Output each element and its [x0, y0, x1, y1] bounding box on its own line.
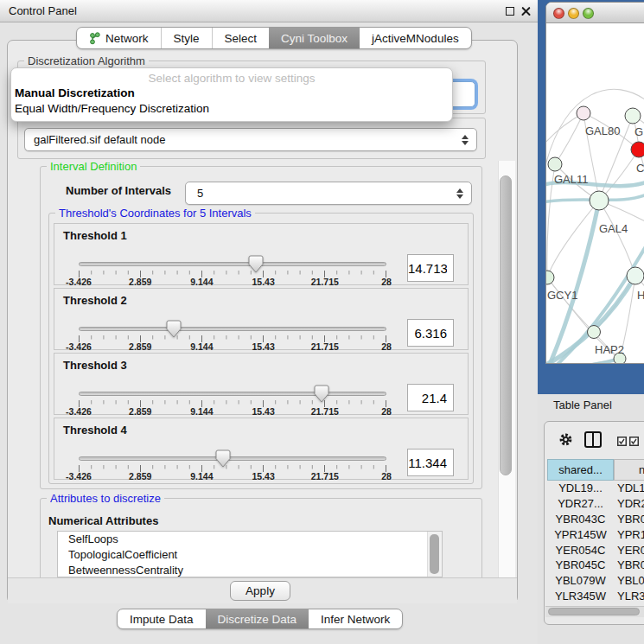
threshold-panel: Threshold 4 -3.4262.8599.14415.4321.7152…	[54, 418, 469, 480]
threshold-value-field[interactable]	[407, 319, 454, 347]
threshold-label: Threshold 4	[63, 424, 127, 437]
tick-label: 28	[362, 341, 411, 352]
numerical-attributes-label: Numerical Attributes	[48, 514, 158, 527]
tab-label: Style	[174, 32, 200, 45]
node-label: GAL4	[599, 222, 628, 235]
bottom-tab-discretize-data[interactable]: Discretize Data	[206, 609, 309, 628]
attribute-item-selfloops[interactable]: SelfLoops	[58, 532, 442, 547]
split-table-icon[interactable]	[584, 431, 602, 450]
network-node[interactable]	[546, 271, 554, 284]
node-label: HAP2	[595, 343, 624, 356]
threshold-slider-track[interactable]	[79, 262, 386, 266]
network-node[interactable]	[577, 106, 590, 120]
tick-label: 21.715	[301, 341, 349, 352]
attributes-scrollbar-thumb[interactable]	[430, 534, 439, 574]
attribute-item-topologicalcoefficient[interactable]: TopologicalCoefficient	[58, 547, 442, 563]
threshold-label: Threshold 1	[63, 229, 127, 242]
close-button-icon[interactable]	[553, 8, 564, 19]
tick-label: 2.859	[116, 406, 164, 417]
network-node[interactable]	[627, 267, 644, 284]
minimize-button-icon[interactable]	[568, 8, 579, 19]
column-checkbox-icon[interactable]	[617, 436, 627, 449]
column-header-n[interactable]: n	[614, 459, 644, 481]
numerical-attributes-list[interactable]: SelfLoopsTopologicalCoefficientBetweenne…	[57, 531, 443, 577]
network-window: GAL80GCGAL11GAL4GCY1HHAP2	[545, 2, 644, 364]
table-row[interactable]: YDR27...YDR2	[547, 496, 644, 512]
cell-name: YLR3	[614, 590, 644, 603]
network-node[interactable]	[588, 326, 601, 339]
tick-label: -3.426	[54, 341, 103, 352]
threshold-value-field[interactable]	[407, 449, 454, 476]
tick-label: 9.144	[177, 277, 226, 287]
tick-label: 28	[362, 471, 411, 481]
tick-label: -3.426	[54, 471, 103, 481]
number-of-intervals-value: 5	[186, 187, 456, 200]
tick-label: 2.859	[116, 341, 164, 352]
tab-cyni-toolbox[interactable]: Cyni Toolbox	[269, 28, 360, 48]
cell-shared-name: YDL19...	[547, 481, 614, 494]
threshold-value-field[interactable]	[407, 254, 454, 282]
table-row[interactable]: YBR043CYBR0	[547, 512, 644, 527]
table-row[interactable]: YLR345WYLR3	[547, 589, 644, 604]
tab-style[interactable]: Style	[161, 28, 212, 48]
table-data-combobox[interactable]: galFiltered.sif default node	[24, 128, 477, 151]
threshold-slider-track[interactable]	[79, 456, 386, 461]
bottom-tab-impute-data[interactable]: Impute Data	[118, 609, 206, 628]
cell-name: YPR1	[614, 528, 644, 541]
tab-label: Infer Network	[321, 613, 390, 626]
table-hscrollbar-thumb[interactable]	[548, 608, 640, 615]
column-header-shared-[interactable]: shared...	[547, 459, 614, 481]
node-label: GCY1	[547, 289, 577, 302]
apply-button[interactable]: Apply	[230, 581, 290, 601]
network-canvas[interactable]: GAL80GCGAL11GAL4GCY1HHAP2	[546, 24, 644, 363]
float-window-icon[interactable]	[506, 7, 514, 16]
settings-scrollbar-thumb[interactable]	[500, 175, 512, 475]
node-label: GAL80	[585, 124, 620, 137]
table-row[interactable]: YBR045CYBR0	[547, 558, 644, 573]
threshold-slider-track[interactable]	[79, 392, 386, 396]
threshold-panel: Threshold 3 -3.4262.8599.14415.4321.7152…	[54, 353, 469, 415]
threshold-label: Threshold 2	[63, 294, 127, 307]
number-of-intervals-label: Number of Intervals	[66, 184, 171, 197]
attribute-item-betweennesscentrality[interactable]: BetweennessCentrality	[58, 563, 442, 577]
tab-select[interactable]: Select	[212, 28, 270, 48]
number-of-intervals-spinner[interactable]: 5	[185, 182, 472, 205]
tick-label: 15.43	[239, 406, 288, 417]
tick-label: 2.859	[116, 471, 164, 481]
threshold-slider-track[interactable]	[79, 327, 386, 331]
network-node-selected[interactable]	[631, 142, 644, 157]
table-header-row: shared...n	[547, 459, 644, 481]
table-row[interactable]: YPR145WYPR1	[547, 526, 644, 542]
threshold-value-field[interactable]	[407, 384, 454, 411]
attributes-group-title: Attributes to discretize	[47, 492, 164, 505]
algorithm-dropdown-popup: Select algorithm to view settings Manual…	[10, 67, 453, 122]
network-node[interactable]	[548, 157, 562, 171]
dropdown-option-equal-width-frequency-discretization[interactable]: Equal Width/Frequency Discretization	[15, 102, 209, 118]
cell-shared-name: YBL079W	[547, 574, 614, 587]
close-panel-icon[interactable]	[521, 6, 531, 16]
tick-label: 28	[362, 406, 411, 417]
zoom-button-icon[interactable]	[583, 8, 594, 19]
tick-label: 9.144	[177, 471, 226, 481]
table-row[interactable]: YER054CYER0	[547, 542, 644, 558]
column-checkbox-icon[interactable]	[629, 436, 639, 449]
dropdown-option-manual-discretization[interactable]: Manual Discretization	[15, 86, 135, 102]
cell-shared-name: YPR145W	[547, 528, 614, 541]
table-row[interactable]: YDL19...YDL1	[547, 481, 644, 496]
tab-label: Select	[225, 32, 258, 45]
network-node[interactable]	[590, 191, 609, 210]
tab-network[interactable]: Network	[77, 28, 161, 48]
screenshot-root: Control Panel NetworkStyleSelectCyni Too…	[0, 0, 644, 644]
settings-gear-icon[interactable]	[558, 432, 573, 450]
tick-label: -3.426	[54, 406, 103, 417]
control-panel-tab-bar: NetworkStyleSelectCyni ToolboxjActiveMNo…	[76, 27, 472, 49]
network-node[interactable]	[625, 108, 641, 124]
tab-jactivemnodules[interactable]: jActiveMNodules	[360, 28, 471, 48]
tick-label: 21.715	[301, 406, 349, 417]
bottom-tab-infer-network[interactable]: Infer Network	[309, 609, 402, 628]
network-window-titlebar[interactable]	[546, 3, 644, 23]
cell-shared-name: YER054C	[547, 544, 614, 557]
threshold-label: Threshold 3	[63, 359, 127, 372]
table-row[interactable]: YBL079WYBL0	[547, 573, 644, 589]
cell-shared-name: YDR27...	[547, 497, 614, 510]
